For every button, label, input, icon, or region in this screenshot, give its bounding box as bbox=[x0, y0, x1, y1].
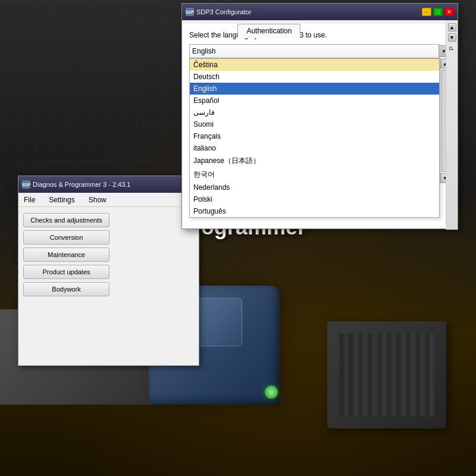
language-instruction: Select the language you want SDP3 to use… bbox=[189, 31, 450, 39]
language-dropdown-container: English ▼ Čeština Deutsch English Españo… bbox=[189, 44, 450, 58]
green-indicator bbox=[265, 386, 278, 399]
product-updates-button[interactable]: Product updates bbox=[23, 265, 109, 279]
engine-shape bbox=[327, 321, 446, 428]
dp3-menu-settings[interactable]: Settings bbox=[46, 195, 77, 205]
sdp3-title: SDP3 Configurator bbox=[196, 8, 419, 15]
sdp3-configurator-window: SDP SDP3 Configurator ─ □ ✕ Language Aut… bbox=[181, 3, 458, 229]
maximize-button[interactable]: □ bbox=[433, 8, 443, 16]
dropdown-value[interactable]: English bbox=[189, 44, 440, 58]
lang-option-nederlands[interactable]: Nederlands bbox=[190, 181, 439, 193]
side-button-1[interactable]: ▲ bbox=[448, 23, 456, 32]
lang-option-suomi[interactable]: Suomi bbox=[190, 118, 439, 130]
lang-option-farsi[interactable]: فارسی bbox=[190, 107, 439, 118]
sdp3-icon: SDP bbox=[186, 8, 194, 16]
maintenance-button[interactable]: Maintenance bbox=[23, 248, 109, 262]
dp3-sidebar: Checks and adjustments Conversion Mainte… bbox=[18, 207, 199, 302]
dp3-title: Diagnos & Programmer 3 - 2.43.1 bbox=[33, 181, 195, 188]
tab-authentication[interactable]: Authentication bbox=[237, 24, 300, 38]
lang-option-deutsch[interactable]: Deutsch bbox=[190, 71, 439, 83]
lang-option-english[interactable]: English bbox=[190, 83, 439, 95]
lang-option-portugues[interactable]: Português bbox=[190, 205, 439, 217]
checks-adjustments-button[interactable]: Checks and adjustments bbox=[23, 213, 109, 227]
dp3-main-window: SDP Diagnos & Programmer 3 - 2.43.1 File… bbox=[18, 176, 199, 366]
lang-option-francais[interactable]: Français bbox=[190, 130, 439, 142]
sdp3-content-area: Select the language you want SDP3 to use… bbox=[182, 24, 458, 228]
lang-option-espanol[interactable]: Español bbox=[190, 95, 439, 107]
conversion-button[interactable]: Conversion bbox=[23, 230, 109, 245]
lang-option-korean[interactable]: 한국어 bbox=[190, 168, 439, 181]
window-controls: ─ □ ✕ bbox=[422, 8, 454, 16]
sdp3-right-panel: ▲ ▼ P bbox=[446, 20, 458, 230]
language-dropdown-list: Čeština Deutsch English Español فارسی Su… bbox=[189, 58, 440, 218]
lang-option-italiano[interactable]: italiano bbox=[190, 142, 439, 154]
dp3-menu-show[interactable]: Show bbox=[86, 195, 109, 205]
dp3-menu-file[interactable]: File bbox=[21, 195, 37, 205]
dp3-icon: SDP bbox=[22, 180, 30, 189]
right-panel-label: P bbox=[449, 46, 455, 51]
lang-option-polski[interactable]: Polski bbox=[190, 193, 439, 205]
side-button-2[interactable]: ▼ bbox=[448, 33, 456, 42]
dp3-menu: File Settings Show bbox=[18, 193, 199, 207]
minimize-button[interactable]: ─ bbox=[422, 8, 431, 16]
dropdown-field[interactable]: English ▼ bbox=[189, 44, 450, 58]
close-button[interactable]: ✕ bbox=[444, 8, 454, 16]
dp3-titlebar: SDP Diagnos & Programmer 3 - 2.43.1 bbox=[18, 176, 199, 193]
lang-option-cestina[interactable]: Čeština bbox=[190, 59, 439, 71]
lang-option-japanese[interactable]: Japanese（日本語） bbox=[190, 154, 439, 168]
sdp3-titlebar: SDP SDP3 Configurator ─ □ ✕ bbox=[182, 4, 458, 20]
bodywork-button[interactable]: Bodywork bbox=[23, 282, 109, 296]
